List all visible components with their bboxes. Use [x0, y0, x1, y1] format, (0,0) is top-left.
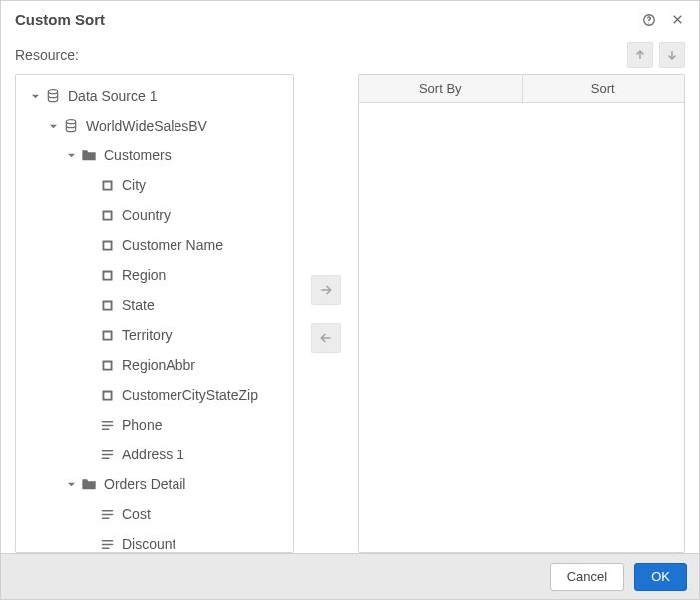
dialog-header: Custom Sort	[1, 1, 699, 40]
tree-item-label: RegionAbbr	[122, 357, 195, 373]
tree-field[interactable]: City	[16, 170, 293, 200]
svg-point-2	[48, 90, 57, 94]
expand-caret-icon[interactable]	[46, 119, 60, 133]
tree-item-label: Address 1	[122, 447, 184, 462]
tree-item-label: City	[122, 177, 146, 193]
tree-item-label: WorldWideSalesBV	[86, 118, 207, 134]
dialog-title: Custom Sort	[15, 11, 105, 28]
resource-tree-pane[interactable]: Data Source 1WorldWideSalesBVCustomersCi…	[15, 74, 294, 553]
db-icon	[44, 87, 62, 105]
tree-item-label: CustomerCityStateZip	[122, 387, 258, 403]
tree-item-label: Customer Name	[122, 237, 223, 253]
dim-icon	[98, 206, 116, 224]
svg-rect-19	[104, 392, 110, 398]
move-down-button[interactable]	[659, 42, 685, 68]
folder-icon	[80, 475, 98, 493]
dim-icon	[98, 326, 116, 344]
column-sort[interactable]: Sort	[523, 75, 685, 102]
help-icon[interactable]	[641, 12, 657, 28]
resource-label: Resource:	[15, 47, 79, 63]
sort-table-header: Sort By Sort	[359, 75, 684, 103]
svg-rect-15	[104, 332, 110, 338]
folder-icon	[80, 147, 98, 164]
text-icon	[98, 446, 116, 463]
tree-field[interactable]: RegionAbbr	[16, 350, 293, 380]
remove-from-sort-button[interactable]	[311, 323, 341, 353]
tree-datasource[interactable]: Data Source 1	[16, 81, 293, 111]
dim-icon	[98, 356, 116, 374]
tree-folder[interactable]: Orders Detail	[16, 469, 293, 499]
tree-field[interactable]: Country	[16, 200, 293, 230]
tree-field[interactable]: State	[16, 290, 293, 320]
sort-table-pane: Sort By Sort	[358, 74, 685, 553]
order-buttons	[627, 42, 685, 68]
tree-item-label: Customers	[104, 148, 172, 163]
dialog-footer: Cancel OK	[1, 553, 699, 599]
text-icon	[98, 505, 116, 523]
dialog-body: Data Source 1WorldWideSalesBVCustomersCi…	[1, 74, 699, 553]
cancel-button[interactable]: Cancel	[550, 563, 624, 591]
dim-icon	[98, 266, 116, 284]
tree-item-label: Discount	[122, 536, 175, 552]
tree-field[interactable]: Region	[16, 260, 293, 290]
tree-field[interactable]: Phone	[16, 410, 293, 440]
sort-table-body	[359, 103, 684, 552]
resource-tree: Data Source 1WorldWideSalesBVCustomersCi…	[16, 75, 293, 553]
tree-item-label: Data Source 1	[68, 88, 158, 104]
tree-field[interactable]: Cost	[16, 499, 293, 529]
tree-folder[interactable]: Customers	[16, 141, 293, 170]
resource-row: Resource:	[1, 40, 699, 74]
dim-icon	[98, 386, 116, 404]
transfer-buttons	[294, 74, 358, 553]
custom-sort-dialog: Custom Sort Resource: Data Source 1World…	[0, 0, 700, 600]
tree-field[interactable]: Address 1	[16, 440, 293, 469]
svg-rect-17	[104, 362, 110, 368]
svg-point-3	[66, 120, 75, 124]
text-icon	[98, 535, 116, 553]
tree-item-label: State	[122, 297, 155, 313]
tree-item-label: Orders Detail	[104, 476, 185, 492]
close-icon[interactable]	[669, 12, 685, 28]
tree-item-label: Country	[122, 207, 171, 223]
tree-item-label: Cost	[122, 506, 151, 522]
svg-rect-5	[104, 182, 110, 188]
tree-field[interactable]: CustomerCityStateZip	[16, 380, 293, 410]
tree-field[interactable]: Territory	[16, 320, 293, 350]
db-icon	[62, 117, 80, 135]
dim-icon	[98, 236, 116, 254]
tree-item-label: Region	[122, 267, 166, 283]
tree-field[interactable]: Customer Name	[16, 230, 293, 260]
svg-rect-9	[104, 242, 110, 248]
dialog-header-controls	[641, 12, 685, 28]
svg-rect-7	[104, 212, 110, 218]
expand-caret-icon[interactable]	[64, 149, 78, 162]
text-icon	[98, 416, 116, 434]
tree-item-label: Territory	[122, 327, 173, 343]
ok-button[interactable]: OK	[634, 563, 687, 591]
dim-icon	[98, 296, 116, 314]
tree-datasource-child[interactable]: WorldWideSalesBV	[16, 111, 293, 141]
move-up-button[interactable]	[627, 42, 653, 68]
expand-caret-icon[interactable]	[28, 89, 42, 103]
svg-rect-11	[104, 272, 110, 278]
dim-icon	[98, 176, 116, 194]
add-to-sort-button[interactable]	[311, 275, 341, 305]
svg-rect-13	[104, 302, 110, 308]
svg-point-1	[648, 22, 649, 23]
tree-item-label: Phone	[122, 417, 162, 433]
tree-field[interactable]: Discount	[16, 529, 293, 553]
expand-caret-icon[interactable]	[64, 477, 78, 491]
column-sort-by[interactable]: Sort By	[359, 75, 523, 102]
